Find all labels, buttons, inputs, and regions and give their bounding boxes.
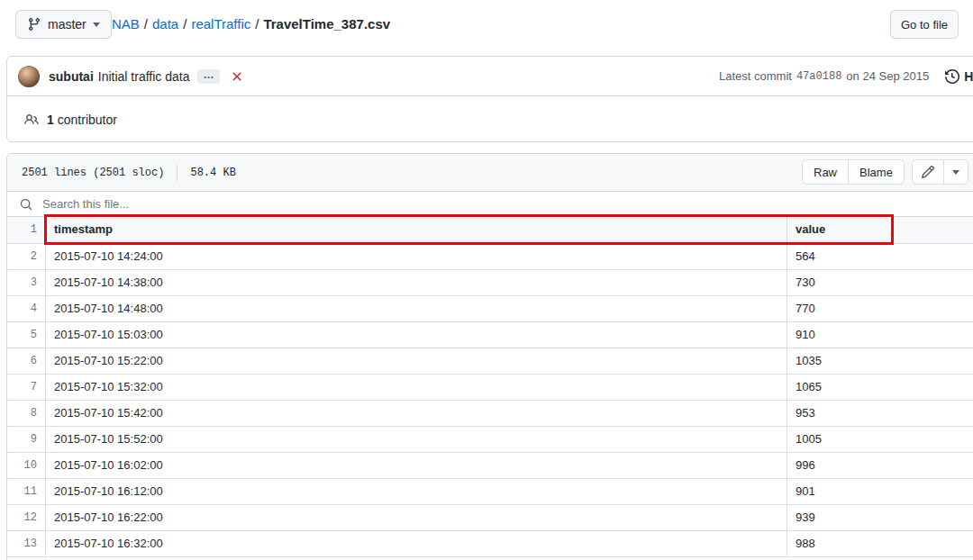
file-size: 58.4 KB: [190, 167, 235, 179]
table-row: 82015-07-10 15:42:00953: [7, 401, 973, 427]
edit-dropdown-button[interactable]: [943, 160, 968, 184]
pencil-icon: [921, 165, 935, 179]
history-label: History: [964, 69, 973, 84]
raw-blame-group: Raw Blame: [802, 159, 905, 185]
breadcrumb-separator: /: [144, 16, 148, 32]
blame-button[interactable]: Blame: [848, 160, 904, 184]
history-button[interactable]: History: [945, 69, 973, 84]
value-cell: 1035: [787, 348, 973, 374]
csv-table: 1 timestamp value 22015-07-10 14:24:0056…: [7, 217, 973, 557]
history-icon: [945, 69, 959, 84]
line-number: 4: [7, 296, 46, 321]
commit-message-link[interactable]: Initial traffic data: [98, 69, 190, 84]
table-row: 22015-07-10 14:24:00564: [7, 244, 973, 270]
value-cell: 953: [787, 401, 973, 426]
people-icon: [24, 113, 39, 127]
latest-commit-box: subutai Initial traffic data … Latest co…: [6, 56, 973, 142]
line-number: 6: [7, 348, 46, 374]
breadcrumb-current-file: TravelTime_387.csv: [263, 16, 390, 32]
timestamp-cell: 2015-07-10 14:38:00: [46, 270, 787, 295]
contributor-label: contributor: [58, 113, 117, 127]
timestamp-header-cell: timestamp: [46, 217, 787, 243]
value-cell: 730: [787, 270, 973, 295]
value-cell: 770: [787, 296, 973, 321]
line-number: 8: [7, 401, 46, 426]
contributors-row[interactable]: 1 contributor: [7, 96, 973, 142]
breadcrumb-separator: /: [255, 16, 259, 32]
timestamp-cell: 2015-07-10 14:48:00: [46, 296, 787, 321]
contributor-count: 1: [47, 113, 54, 127]
branch-selector-button[interactable]: master: [15, 10, 112, 39]
breadcrumb-link-realtraffic[interactable]: realTraffic: [191, 16, 250, 32]
value-cell: 901: [787, 479, 973, 504]
timestamp-cell: 2015-07-10 16:02:00: [46, 453, 787, 478]
value-cell: 1065: [787, 375, 973, 400]
chevron-down-icon: [952, 170, 959, 178]
file-header-bar: 2501 lines (2501 sloc) 58.4 KB Raw Blame: [7, 154, 973, 192]
line-number: 12: [7, 505, 46, 530]
commit-status-failed-x-icon[interactable]: [230, 69, 244, 84]
table-row: 122015-07-10 16:22:00939: [7, 505, 973, 531]
timestamp-cell: 2015-07-10 16:32:00: [46, 531, 787, 556]
value-cell: 1005: [787, 427, 973, 452]
commit-description-toggle[interactable]: …: [197, 69, 220, 84]
timestamp-cell: 2015-07-10 15:03:00: [46, 322, 787, 348]
table-row: 62015-07-10 15:22:001035: [7, 348, 973, 375]
latest-commit-label: Latest commit: [719, 69, 792, 83]
timestamp-cell: 2015-07-10 15:32:00: [46, 375, 787, 400]
value-cell: 996: [787, 453, 973, 478]
chevron-down-icon: [93, 23, 100, 31]
go-to-file-button[interactable]: Go to file: [890, 10, 959, 39]
divider: [177, 165, 177, 181]
go-to-file-label: Go to file: [901, 18, 948, 32]
timestamp-cell: 2015-07-10 15:42:00: [46, 401, 787, 426]
avatar[interactable]: [18, 66, 40, 87]
breadcrumb-link-repo[interactable]: NAB: [112, 16, 140, 32]
table-row: 112015-07-10 16:12:00901: [7, 479, 973, 505]
value-cell: 939: [787, 505, 973, 530]
timestamp-cell: 2015-07-10 14:24:00: [46, 244, 787, 269]
table-row: 72015-07-10 15:32:001065: [7, 375, 973, 401]
line-number: 2: [7, 244, 46, 269]
commit-header: subutai Initial traffic data … Latest co…: [7, 57, 973, 96]
table-row: 42015-07-10 14:48:00770: [7, 296, 973, 322]
raw-button[interactable]: Raw: [803, 160, 848, 184]
timestamp-cell: 2015-07-10 16:22:00: [46, 505, 787, 530]
line-number: 11: [7, 479, 46, 504]
table-row: 52015-07-10 15:03:00910: [7, 322, 973, 348]
line-number: 1: [7, 217, 46, 243]
github-file-page: master NAB/data/realTraffic/TravelTime_3…: [0, 0, 973, 560]
timestamp-cell: 2015-07-10 16:12:00: [46, 479, 787, 504]
line-number: 7: [7, 375, 46, 400]
table-header-row: 1 timestamp value: [7, 217, 973, 244]
breadcrumb-separator: /: [183, 16, 186, 32]
edit-button-group: [912, 159, 968, 185]
line-number: 13: [7, 531, 46, 556]
line-number: 10: [7, 453, 46, 478]
file-actions: Raw Blame: [802, 159, 973, 185]
branch-name: master: [48, 17, 86, 32]
table-row: 102015-07-10 16:02:00996: [7, 453, 973, 479]
breadcrumb-link-data[interactable]: data: [152, 16, 178, 32]
search-input[interactable]: [41, 196, 973, 212]
value-cell: 910: [787, 322, 973, 348]
file-content-box: 2501 lines (2501 sloc) 58.4 KB Raw Blame: [6, 153, 973, 560]
value-cell: 564: [787, 244, 973, 269]
timestamp-cell: 2015-07-10 15:22:00: [46, 348, 787, 374]
edit-pencil-button[interactable]: [913, 160, 943, 184]
line-number: 5: [7, 322, 46, 348]
line-number: 9: [7, 427, 46, 452]
commit-sha-link[interactable]: 47a0188: [796, 70, 841, 83]
table-row: 32015-07-10 14:38:00730: [7, 270, 973, 296]
line-number: 3: [7, 270, 46, 295]
commit-date: on 24 Sep 2015: [846, 69, 929, 83]
search-icon: [20, 198, 32, 211]
value-cell: 988: [787, 531, 973, 556]
table-row: 132015-07-10 16:32:00988: [7, 531, 973, 557]
commit-author-link[interactable]: subutai: [49, 69, 94, 84]
latest-commit-meta: Latest commit 47a0188 on 24 Sep 2015 His…: [719, 57, 973, 95]
timestamp-cell: 2015-07-10 15:52:00: [46, 427, 787, 452]
file-search-bar: [7, 192, 973, 217]
value-header-cell: value: [787, 217, 973, 243]
csv-rows: 22015-07-10 14:24:0056432015-07-10 14:38…: [7, 244, 973, 557]
